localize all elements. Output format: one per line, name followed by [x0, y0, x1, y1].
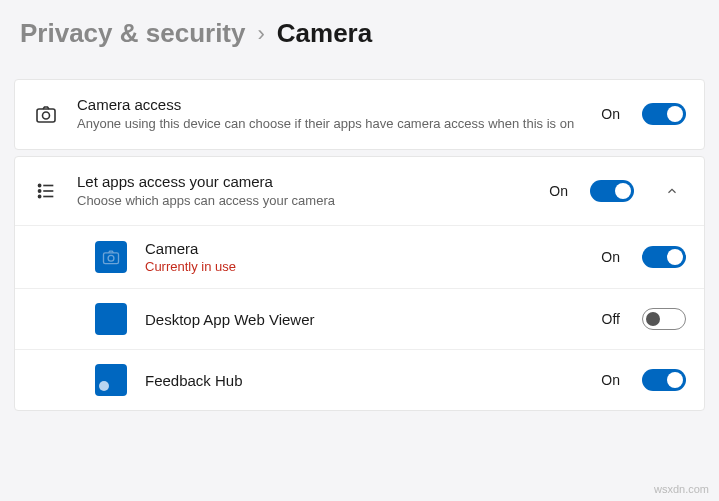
camera-access-title: Camera access	[77, 96, 583, 113]
breadcrumb-current: Camera	[277, 18, 372, 49]
watermark: wsxdn.com	[654, 483, 709, 495]
apps-access-card: Let apps access your camera Choose which…	[14, 156, 705, 412]
apps-access-subtitle: Choose which apps can access your camera	[77, 192, 531, 210]
breadcrumb-parent[interactable]: Privacy & security	[20, 18, 245, 49]
app-state: Off	[602, 311, 620, 327]
app-toggle-camera[interactable]	[642, 246, 686, 268]
chevron-up-icon[interactable]	[658, 184, 686, 198]
list-icon	[33, 180, 59, 202]
app-status: Currently in use	[145, 259, 583, 274]
app-name: Camera	[145, 240, 583, 257]
camera-access-card: Camera access Anyone using this device c…	[14, 79, 705, 150]
app-state: On	[601, 249, 620, 265]
svg-rect-8	[104, 253, 119, 264]
app-row-desktop-web-viewer: Desktop App Web Viewer Off	[15, 288, 704, 349]
camera-access-subtitle: Anyone using this device can choose if t…	[77, 115, 583, 133]
app-icon-desktop-web-viewer	[95, 303, 127, 335]
breadcrumb: Privacy & security › Camera	[0, 0, 719, 79]
app-toggle-feedback-hub[interactable]	[642, 369, 686, 391]
app-row-feedback-hub: Feedback Hub On	[15, 349, 704, 410]
svg-point-1	[43, 112, 50, 119]
svg-point-2	[38, 184, 40, 186]
app-name: Desktop App Web Viewer	[145, 311, 584, 328]
camera-access-state: On	[601, 106, 620, 122]
app-icon-feedback-hub	[95, 364, 127, 396]
chevron-right-icon: ›	[257, 21, 264, 47]
app-state: On	[601, 372, 620, 388]
apps-access-toggle[interactable]	[590, 180, 634, 202]
svg-point-9	[108, 255, 114, 261]
apps-access-title: Let apps access your camera	[77, 173, 531, 190]
svg-rect-0	[37, 109, 55, 122]
app-name: Feedback Hub	[145, 372, 583, 389]
apps-access-state: On	[549, 183, 568, 199]
app-row-camera: Camera Currently in use On	[15, 225, 704, 288]
svg-point-6	[38, 195, 40, 197]
app-icon-camera	[95, 241, 127, 273]
app-toggle-desktop-web-viewer[interactable]	[642, 308, 686, 330]
svg-point-4	[38, 190, 40, 192]
camera-access-toggle[interactable]	[642, 103, 686, 125]
camera-icon	[33, 102, 59, 126]
